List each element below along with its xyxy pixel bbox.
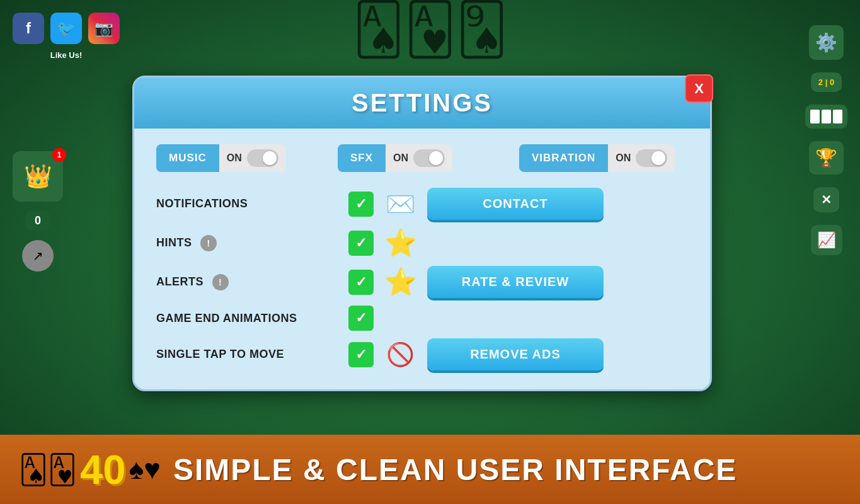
score-display: 0 (25, 211, 50, 231)
hints-label: HINTS ! (156, 235, 333, 251)
no-ads-icon: 🚫 (383, 341, 418, 368)
modal-header: SETTINGS X (134, 77, 710, 129)
chart-button[interactable]: 📈 (811, 225, 842, 255)
single-tap-checkbox[interactable]: ✓ (348, 342, 374, 367)
game-end-animations-row: GAME END ANIMATIONS ✓ (156, 306, 688, 331)
music-toggle[interactable]: ON (219, 144, 286, 172)
remove-ads-button[interactable]: REMOVE ADS (427, 338, 604, 370)
right-panel: ⚙️ 2 | 0 🏆 ✕ 📈 (805, 25, 847, 255)
trophy-button[interactable]: 🏆 (809, 141, 844, 175)
logo-number: 40 (80, 449, 125, 490)
like-us-label: Like Us! (50, 50, 83, 60)
vibration-knob[interactable] (636, 149, 667, 167)
sfx-state: ON (393, 152, 408, 164)
facebook-icon[interactable]: f (13, 13, 44, 44)
checkmark-icon: ✓ (355, 274, 367, 290)
hints-info-icon[interactable]: ! (200, 235, 217, 251)
checkmark-icon: ✓ (355, 235, 367, 251)
modal-close-button[interactable]: X (685, 74, 713, 103)
vibration-label: VIBRATION (519, 144, 608, 172)
score-panel: 2 | 0 (811, 72, 842, 92)
modal-title: SETTINGS (159, 89, 685, 117)
music-label: MUSIC (156, 144, 219, 172)
alerts-row: ALERTS ! ✓ ⭐ RATE & REVIEW (156, 266, 688, 298)
share-icon: ↗ (33, 248, 43, 263)
close-right-button[interactable]: ✕ (813, 187, 839, 212)
checkmark-icon: ✓ (355, 196, 367, 212)
game-end-animations-checkbox[interactable]: ✓ (348, 306, 374, 331)
single-tap-row: SINGLE TAP TO MOVE ✓ 🚫 REMOVE ADS (156, 338, 688, 370)
notifications-row: NOTIFICATIONS ✓ ✉️ CONTACT (156, 188, 688, 220)
rate-review-button[interactable]: RATE & REVIEW (427, 266, 604, 298)
settings-modal: SETTINGS X MUSIC ON SFX ON VIBRATION (132, 76, 712, 391)
vibration-state: ON (616, 152, 631, 164)
cards-panel (805, 105, 847, 129)
sfx-label: SFX (338, 144, 386, 172)
share-button[interactable]: ↗ (22, 240, 54, 272)
bottom-tagline: SIMPLE & CLEAN USER INTERFACE (173, 452, 737, 487)
social-bar: f 🐦 📷 Like Us! (13, 13, 120, 60)
top-cards-decoration: 🂡🂱🂩 (353, 0, 508, 59)
gear-icon: ⚙️ (815, 32, 837, 53)
game-end-animations-label: GAME END ANIMATIONS (156, 312, 333, 325)
alerts-label: ALERTS ! (156, 274, 333, 290)
hints-checkbox[interactable]: ✓ (348, 231, 374, 256)
logo-cards-right: ♠♥ (129, 453, 161, 486)
instagram-icon[interactable]: 📷 (88, 13, 120, 44)
crown-icon: 👑 (24, 163, 52, 190)
logo: 🂡🂱 40 ♠♥ (19, 449, 161, 490)
sfx-toggle[interactable]: ON (386, 144, 452, 172)
mini-card (822, 110, 831, 123)
music-state: ON (227, 152, 242, 164)
crown-badge[interactable]: 1 👑 (13, 151, 63, 202)
sfx-knob[interactable] (413, 149, 445, 167)
alerts-checkbox[interactable]: ✓ (348, 270, 374, 295)
notifications-label: NOTIFICATIONS (156, 197, 333, 210)
notification-badge: 1 (52, 148, 66, 162)
settings-list: NOTIFICATIONS ✓ ✉️ CONTACT HINTS ! ✓ ⭐ (156, 188, 688, 370)
checkmark-icon: ✓ (355, 346, 367, 363)
contact-button[interactable]: CONTACT (427, 188, 604, 220)
bottom-bar: 🂡🂱 40 ♠♥ SIMPLE & CLEAN USER INTERFACE (0, 435, 860, 504)
music-knob[interactable] (247, 149, 278, 167)
vibration-toggle-group: VIBRATION ON (519, 144, 688, 172)
vibration-toggle[interactable]: ON (608, 144, 675, 172)
settings-gear-button[interactable]: ⚙️ (809, 25, 844, 60)
star-icon: ⭐ (383, 227, 418, 258)
toggles-row: MUSIC ON SFX ON VIBRATION ON (156, 144, 688, 172)
single-tap-label: SINGLE TAP TO MOVE (156, 348, 333, 361)
music-toggle-group: MUSIC ON (156, 144, 325, 172)
twitter-icon[interactable]: 🐦 (50, 13, 82, 44)
mini-card (833, 110, 842, 123)
hints-row: HINTS ! ✓ ⭐ (156, 227, 688, 258)
star2-icon: ⭐ (383, 266, 418, 297)
left-panel: 1 👑 0 ↗ (13, 151, 63, 272)
envelope-icon: ✉️ (383, 190, 418, 218)
checkmark-icon: ✓ (355, 310, 367, 326)
modal-body: MUSIC ON SFX ON VIBRATION ON (134, 129, 710, 389)
logo-cards-left: 🂡🂱 (19, 453, 77, 486)
alerts-info-icon[interactable]: ! (212, 274, 229, 290)
notifications-checkbox[interactable]: ✓ (348, 192, 374, 217)
mini-card (810, 110, 820, 123)
sfx-toggle-group: SFX ON (338, 144, 507, 172)
